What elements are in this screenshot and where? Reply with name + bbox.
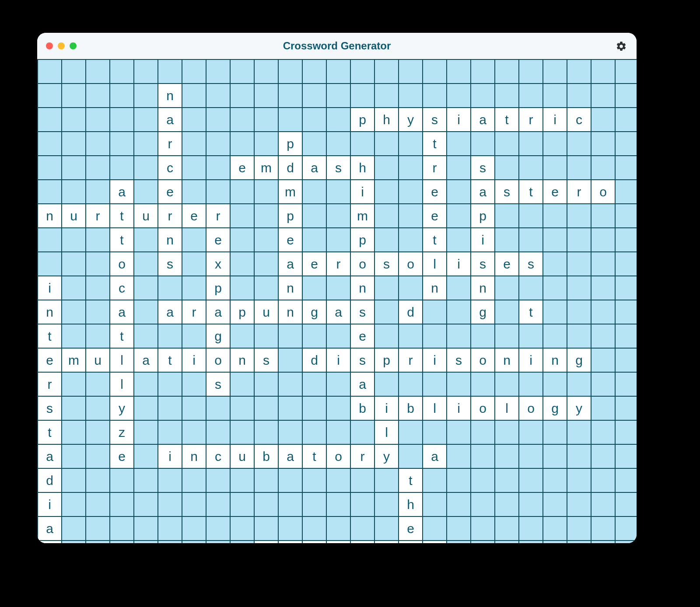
- grid-cell[interactable]: h: [350, 156, 374, 180]
- grid-cell[interactable]: n: [278, 300, 302, 324]
- grid-cell[interactable]: e: [206, 228, 230, 252]
- grid-cell[interactable]: y: [567, 396, 591, 420]
- grid-cell[interactable]: e: [230, 156, 254, 180]
- grid-cell[interactable]: r: [567, 180, 591, 204]
- grid-cell[interactable]: m: [350, 204, 374, 228]
- grid-cell[interactable]: n: [423, 276, 447, 300]
- grid-cell[interactable]: r: [86, 204, 110, 228]
- grid-cell[interactable]: s: [206, 372, 230, 396]
- grid-cell[interactable]: r: [326, 252, 350, 276]
- grid-cell[interactable]: n: [350, 276, 374, 300]
- grid-cell[interactable]: s: [350, 300, 374, 324]
- grid-cell[interactable]: i: [326, 348, 350, 372]
- grid-cell[interactable]: e: [423, 204, 447, 228]
- grid-cell[interactable]: s: [519, 252, 543, 276]
- grid-cell[interactable]: u: [230, 444, 254, 468]
- grid-cell[interactable]: s: [158, 252, 182, 276]
- grid-cell[interactable]: g: [543, 396, 567, 420]
- crossword-grid[interactable]: naphysiatricrptcemdashrsaemieasteronurtu…: [37, 59, 637, 543]
- grid-cell[interactable]: t: [38, 420, 62, 444]
- grid-cell[interactable]: a: [110, 180, 134, 204]
- grid-cell[interactable]: o: [399, 252, 423, 276]
- grid-cell[interactable]: b: [350, 396, 374, 420]
- grid-cell[interactable]: n: [158, 84, 182, 108]
- grid-cell[interactable]: e: [278, 228, 302, 252]
- grid-cell[interactable]: e: [399, 516, 423, 541]
- grid-cell[interactable]: s: [495, 180, 519, 204]
- grid-cell[interactable]: n: [38, 204, 62, 228]
- grid-cell[interactable]: e: [302, 252, 326, 276]
- grid-cell[interactable]: i: [374, 396, 399, 420]
- grid-cell[interactable]: s: [471, 252, 495, 276]
- grid-cell[interactable]: a: [158, 108, 182, 132]
- grid-cell[interactable]: s: [423, 108, 447, 132]
- grid-cell[interactable]: i: [447, 108, 471, 132]
- grid-cell[interactable]: t: [110, 228, 134, 252]
- grid-cell[interactable]: c: [158, 156, 182, 180]
- grid-cell[interactable]: l: [423, 396, 447, 420]
- grid-cell[interactable]: r: [206, 204, 230, 228]
- grid-cell[interactable]: r: [350, 444, 374, 468]
- grid-cell[interactable]: i: [423, 348, 447, 372]
- grid-cell[interactable]: e: [543, 180, 567, 204]
- grid-cell[interactable]: p: [350, 108, 374, 132]
- grid-cell[interactable]: n: [543, 348, 567, 372]
- grid-cell[interactable]: e: [110, 444, 134, 468]
- grid-cell[interactable]: i: [182, 348, 206, 372]
- grid-cell[interactable]: l: [495, 396, 519, 420]
- grid-cell[interactable]: t: [302, 444, 326, 468]
- grid-cell[interactable]: r: [399, 348, 423, 372]
- grid-cell[interactable]: a: [471, 180, 495, 204]
- maximize-icon[interactable]: [70, 42, 77, 49]
- grid-cell[interactable]: d: [302, 348, 326, 372]
- grid-cell[interactable]: n: [495, 348, 519, 372]
- grid-cell[interactable]: g: [206, 324, 230, 348]
- grid-cell[interactable]: c: [567, 108, 591, 132]
- grid-cell[interactable]: l: [423, 252, 447, 276]
- grid-cell[interactable]: r: [399, 541, 423, 543]
- grid-cell[interactable]: t: [495, 108, 519, 132]
- grid-cell[interactable]: a: [302, 541, 326, 543]
- grid-cell[interactable]: u: [254, 300, 278, 324]
- grid-cell[interactable]: e: [495, 252, 519, 276]
- grid-cell[interactable]: e: [158, 180, 182, 204]
- grid-cell[interactable]: o: [206, 348, 230, 372]
- grid-cell[interactable]: i: [519, 348, 543, 372]
- grid-cell[interactable]: p: [206, 276, 230, 300]
- settings-button[interactable]: [616, 41, 627, 52]
- grid-cell[interactable]: o: [471, 396, 495, 420]
- grid-cell[interactable]: r: [158, 132, 182, 156]
- grid-cell[interactable]: s: [38, 396, 62, 420]
- grid-cell[interactable]: i: [38, 276, 62, 300]
- grid-cell[interactable]: u: [134, 204, 158, 228]
- grid-cell[interactable]: t: [110, 204, 134, 228]
- grid-cell[interactable]: g: [471, 300, 495, 324]
- grid-cell[interactable]: i: [447, 396, 471, 420]
- grid-cell[interactable]: i: [471, 228, 495, 252]
- grid-cell[interactable]: o: [326, 444, 350, 468]
- grid-cell[interactable]: y: [110, 396, 134, 420]
- grid-cell[interactable]: n: [471, 276, 495, 300]
- grid-cell[interactable]: t: [110, 324, 134, 348]
- minimize-icon[interactable]: [58, 42, 65, 49]
- grid-cell[interactable]: h: [374, 108, 399, 132]
- grid-cell[interactable]: x: [206, 252, 230, 276]
- grid-cell[interactable]: l: [374, 420, 399, 444]
- grid-cell[interactable]: i: [447, 252, 471, 276]
- grid-cell[interactable]: b: [399, 396, 423, 420]
- grid-cell[interactable]: p: [278, 132, 302, 156]
- grid-cell[interactable]: p: [374, 348, 399, 372]
- grid-cell[interactable]: i: [326, 541, 350, 543]
- grid-cell[interactable]: a: [206, 300, 230, 324]
- grid-cell[interactable]: e: [38, 348, 62, 372]
- grid-cell[interactable]: n: [182, 444, 206, 468]
- grid-cell[interactable]: o: [519, 396, 543, 420]
- grid-cell[interactable]: n: [158, 228, 182, 252]
- grid-cell[interactable]: t: [158, 348, 182, 372]
- grid-cell[interactable]: l: [110, 348, 134, 372]
- grid-cell[interactable]: i: [38, 492, 62, 516]
- grid-cell[interactable]: p: [350, 228, 374, 252]
- grid-cell[interactable]: a: [158, 300, 182, 324]
- grid-cell[interactable]: r: [158, 204, 182, 228]
- grid-cell[interactable]: a: [326, 300, 350, 324]
